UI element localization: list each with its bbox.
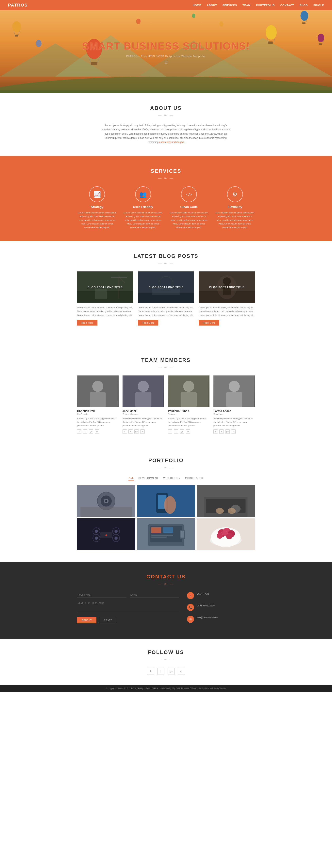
contact-section: CONTACT US — ❧ — SEND IT RESET 📍 LOCATIO… bbox=[0, 562, 332, 640]
service-desc-2: Lorem ipsum dolor sit amet, consectetur … bbox=[169, 211, 209, 229]
gplus-icon[interactable]: g+ bbox=[89, 429, 93, 434]
service-item-code: </> Clean Code Lorem ipsum dolor sit ame… bbox=[169, 186, 209, 229]
nav-single[interactable]: SINGLE bbox=[313, 4, 324, 7]
team-social-2: f t g+ in bbox=[168, 429, 210, 434]
footer-privacy[interactable]: Privacy Policy bbox=[131, 687, 143, 689]
email-input[interactable] bbox=[130, 592, 179, 598]
svg-point-81 bbox=[95, 530, 98, 533]
brand-logo[interactable]: PATROS bbox=[8, 3, 28, 8]
blog-img-1: BLOG POST LONG TITLE bbox=[138, 272, 194, 303]
svg-rect-58 bbox=[226, 392, 242, 407]
blog-read-more-0[interactable]: Read More bbox=[77, 320, 98, 326]
facebook-icon[interactable]: f bbox=[168, 429, 172, 434]
gplus-icon[interactable]: g+ bbox=[134, 429, 139, 434]
message-input[interactable] bbox=[77, 600, 179, 612]
svg-point-12 bbox=[12, 21, 21, 32]
nav-blog[interactable]: BLOG bbox=[300, 4, 308, 7]
portfolio-item-2[interactable] bbox=[197, 485, 255, 517]
follow-gplus-icon[interactable]: g+ bbox=[168, 668, 175, 675]
team-role-3: Developer bbox=[214, 413, 255, 415]
team-section: TEAM MEMBERS — ❧ — Christian Peri Co-Fou… bbox=[0, 345, 332, 445]
reset-button[interactable]: RESET bbox=[99, 617, 117, 623]
svg-point-31 bbox=[36, 40, 42, 47]
gplus-icon[interactable]: g+ bbox=[180, 429, 184, 434]
gplus-icon[interactable]: g+ bbox=[225, 429, 230, 434]
svg-point-82 bbox=[114, 530, 117, 533]
portfolio-item-0[interactable] bbox=[77, 485, 135, 517]
portfolio-divider: — ❧ — bbox=[8, 465, 324, 470]
about-link[interactable]: essentially unchanged. bbox=[159, 141, 184, 144]
portfolio-grid bbox=[77, 485, 255, 550]
portfolio-item-5[interactable] bbox=[197, 518, 255, 550]
service-item-strategy: 📈 Strategy Lorem ipsum dolor sit amet, c… bbox=[77, 186, 117, 229]
nav-contact[interactable]: CONTACT bbox=[280, 4, 294, 7]
twitter-icon[interactable]: t bbox=[174, 429, 178, 434]
form-row-top bbox=[77, 592, 179, 598]
follow-social: f t g+ in bbox=[8, 668, 324, 675]
about-heading: ABOUT US bbox=[101, 105, 231, 111]
blog-img-overlay-0: BLOG POST LONG TITLE bbox=[77, 272, 133, 303]
filter-all[interactable]: ALL bbox=[129, 476, 134, 480]
linkedin-icon[interactable]: in bbox=[231, 429, 236, 434]
footer-terms[interactable]: Terms of Use bbox=[146, 687, 158, 689]
facebook-icon[interactable]: f bbox=[214, 429, 218, 434]
name-input[interactable] bbox=[77, 592, 127, 598]
service-desc-3: Lorem ipsum dolor sit amet, consectetur … bbox=[215, 211, 255, 229]
team-bio-0: Backed by some of the biggest names in t… bbox=[77, 417, 118, 427]
team-card-2: Paulinho Rubos Designer Backed by some o… bbox=[168, 375, 210, 434]
nav-services[interactable]: SERVICES bbox=[223, 4, 237, 7]
portfolio-item-3[interactable] bbox=[77, 518, 135, 550]
nav-team[interactable]: TEAM bbox=[243, 4, 251, 7]
team-role-0: Co-Founder bbox=[77, 413, 118, 415]
nav-portfolio[interactable]: PORTEFOLIO bbox=[256, 4, 275, 7]
follow-facebook-icon[interactable]: f bbox=[147, 668, 154, 675]
team-social-1: f t g+ in bbox=[122, 429, 164, 434]
linkedin-icon[interactable]: in bbox=[140, 429, 145, 434]
svg-point-102 bbox=[226, 533, 232, 539]
service-name-3: Flexibility bbox=[215, 205, 255, 209]
linkedin-icon[interactable]: in bbox=[186, 429, 190, 434]
blog-card-2: BLOG POST LONG TITLE Lorem ipsum dolor s… bbox=[199, 272, 255, 326]
svg-rect-91 bbox=[151, 534, 173, 535]
blog-img-overlay-2: BLOG POST LONG TITLE bbox=[199, 272, 255, 303]
svg-point-57 bbox=[229, 381, 240, 392]
portfolio-item-1[interactable] bbox=[137, 485, 195, 517]
svg-point-16 bbox=[300, 11, 308, 21]
footer-credit: Designed by ATp. With Template: 000webho… bbox=[161, 687, 226, 689]
blog-img-0: BLOG POST LONG TITLE bbox=[77, 272, 133, 303]
facebook-icon[interactable]: f bbox=[122, 429, 127, 434]
svg-point-74 bbox=[228, 508, 236, 514]
svg-point-103 bbox=[221, 532, 222, 533]
svg-point-20 bbox=[266, 25, 277, 40]
follow-linkedin-icon[interactable]: in bbox=[178, 668, 185, 675]
footer: © Copyright | Patros 2015 | Privacy Poli… bbox=[0, 685, 332, 692]
twitter-icon[interactable]: t bbox=[83, 429, 87, 434]
hero-content: SMART BUSINESS SOLUTIONS! PATROS – Free … bbox=[82, 40, 250, 64]
twitter-icon[interactable]: t bbox=[129, 429, 133, 434]
send-button[interactable]: SEND IT bbox=[77, 617, 96, 623]
filter-mobile[interactable]: MOBILE APPS bbox=[185, 476, 203, 480]
blog-read-more-1[interactable]: Read More bbox=[138, 320, 158, 326]
service-icon-friendly: 👥 bbox=[135, 186, 151, 202]
linkedin-icon[interactable]: in bbox=[95, 429, 99, 434]
services-divider: — ❧ — bbox=[8, 176, 324, 180]
portfolio-item-4[interactable] bbox=[137, 518, 195, 550]
follow-twitter-icon[interactable]: t bbox=[157, 668, 164, 675]
contact-layout: SEND IT RESET 📍 LOCATION 📞 0051 76662211… bbox=[77, 592, 255, 627]
nav-about[interactable]: ABOUT bbox=[207, 4, 217, 7]
filter-dev[interactable]: DEVELOPMENT bbox=[138, 476, 159, 480]
filter-web[interactable]: WEB DESIGN bbox=[163, 476, 181, 480]
service-icon-strategy: 📈 bbox=[89, 186, 105, 202]
team-name-3: Loreto Andas bbox=[214, 409, 255, 412]
svg-point-30 bbox=[219, 22, 223, 27]
twitter-icon[interactable]: t bbox=[219, 429, 224, 434]
svg-point-105 bbox=[226, 531, 227, 532]
blog-read-more-2[interactable]: Read More bbox=[199, 320, 219, 326]
facebook-icon[interactable]: f bbox=[77, 429, 81, 434]
service-name-1: User Friendly bbox=[123, 205, 163, 209]
portfolio-filters: ALL DEVELOPMENT WEB DESIGN MOBILE APPS bbox=[8, 476, 324, 480]
nav-home[interactable]: HOME bbox=[193, 4, 201, 7]
portfolio-heading: PORTFOLIO bbox=[8, 457, 324, 464]
email-text: info@company.com bbox=[197, 616, 218, 619]
about-divider: — ❧ — bbox=[101, 113, 231, 118]
